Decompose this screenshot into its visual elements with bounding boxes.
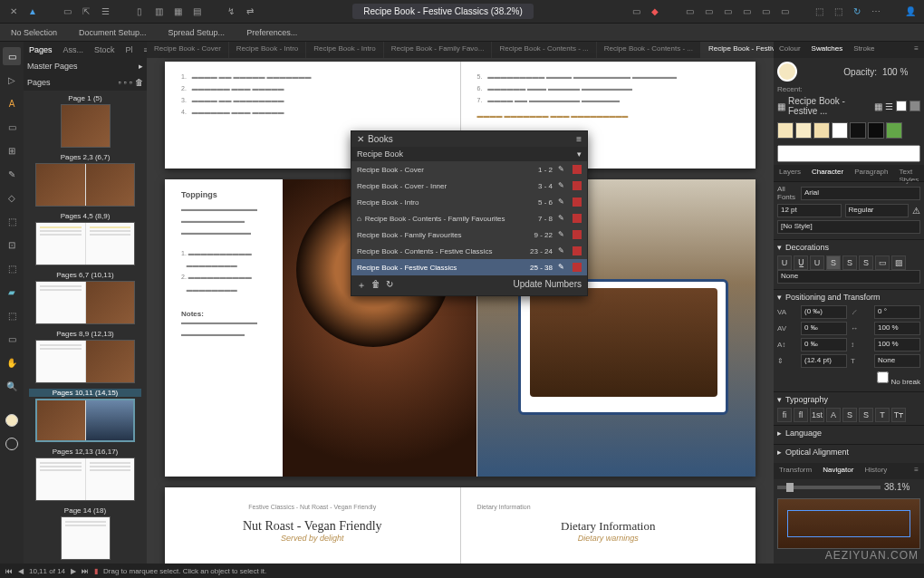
- account-icon[interactable]: 👤: [902, 4, 919, 20]
- align-center-icon[interactable]: ▭: [700, 4, 717, 20]
- hscale-input[interactable]: 100 %: [874, 322, 920, 335]
- align-left-icon[interactable]: ▭: [681, 4, 698, 20]
- chevron-right-icon[interactable]: ▸: [777, 448, 782, 457]
- doc-swatches-select[interactable]: Recipe Book - Festive ...: [788, 96, 871, 116]
- add-chapter-icon[interactable]: ＋: [357, 279, 366, 292]
- typo-btn[interactable]: 1st: [810, 408, 824, 422]
- zoom-input[interactable]: 38.1%: [884, 482, 920, 492]
- export-icon[interactable]: ⇱: [78, 4, 94, 20]
- underline-button[interactable]: U: [777, 255, 792, 270]
- typo-btn[interactable]: T: [875, 408, 890, 422]
- tab-transform[interactable]: Transform: [774, 463, 817, 479]
- swatch[interactable]: [813, 122, 830, 139]
- text-flow-icon[interactable]: ↯: [223, 4, 239, 20]
- base-input[interactable]: 0 ‰: [801, 338, 847, 352]
- frame-text-tool[interactable]: ▭: [3, 118, 21, 136]
- group-icon[interactable]: ⬚: [811, 4, 827, 20]
- tab-pages[interactable]: Pages: [24, 43, 58, 56]
- view-single-icon[interactable]: ▯: [131, 4, 148, 20]
- print-icon[interactable]: ☰: [97, 4, 113, 20]
- font-family-select[interactable]: Arial: [801, 187, 920, 200]
- panel-menu-icon[interactable]: ≡: [909, 42, 924, 58]
- asset-tool[interactable]: ⬚: [3, 212, 21, 230]
- pen-icon[interactable]: ✎: [558, 230, 567, 239]
- spread-tab-active[interactable]: Recipe Book - Festive Clas...: [701, 42, 774, 58]
- books-panel[interactable]: ✕Books ≡ Recipe Book▾ Recipe Book - Cove…: [351, 130, 588, 296]
- more-icon[interactable]: ⋯: [868, 4, 884, 20]
- book-selector[interactable]: Recipe Book▾: [351, 147, 587, 161]
- flip-h-icon[interactable]: ▭: [776, 4, 793, 20]
- text-tool[interactable]: A: [3, 94, 21, 112]
- transparency-tool[interactable]: ⬚: [3, 306, 21, 324]
- fill-swatch[interactable]: [3, 411, 21, 429]
- thumb-size-icon[interactable]: ▫: [130, 78, 132, 87]
- overline-button[interactable]: ▭: [875, 255, 890, 270]
- text-style-select[interactable]: [No Style]: [777, 220, 920, 234]
- swatch[interactable]: [777, 122, 794, 139]
- place-tool[interactable]: ▭: [3, 330, 21, 348]
- page-list[interactable]: Page 1 (5) Pages 2,3 (6,7) Pages 4,5 (8,…: [24, 91, 147, 564]
- swatch[interactable]: [886, 122, 902, 139]
- node-tool[interactable]: ▷: [3, 71, 21, 89]
- delete-page-icon[interactable]: 🗑: [135, 78, 143, 87]
- dec-select[interactable]: None: [777, 270, 920, 284]
- track-input[interactable]: 0 ‰: [801, 322, 847, 335]
- swatch[interactable]: [832, 122, 848, 139]
- dup-page-icon[interactable]: ▫: [124, 78, 127, 87]
- typo-btn[interactable]: Tᴛ: [891, 408, 906, 422]
- tab-paragraph[interactable]: Paragraph: [849, 165, 893, 181]
- strike3-button[interactable]: S: [859, 255, 873, 270]
- view-spread-icon[interactable]: ▥: [150, 4, 167, 20]
- file-open-icon[interactable]: ▭: [59, 4, 75, 20]
- close-panel-icon[interactable]: ✕: [357, 134, 364, 144]
- typo-btn[interactable]: fl: [794, 408, 808, 422]
- tab-text-styles[interactable]: Text Styles: [894, 165, 925, 181]
- menu-no-selection[interactable]: No Selection: [0, 25, 68, 40]
- next-page-icon[interactable]: ▶: [71, 567, 76, 575]
- reg-swatch[interactable]: [910, 101, 920, 111]
- navigator-thumb[interactable]: [774, 495, 924, 553]
- spread-tab[interactable]: Recipe Book - Cover: [147, 42, 229, 58]
- spread-tab[interactable]: Recipe Book - Contents - ...: [492, 42, 596, 58]
- view-list-icon[interactable]: ▤: [188, 4, 205, 20]
- swatch[interactable]: [850, 122, 866, 139]
- preview-icon[interactable]: ▭: [628, 4, 644, 20]
- typo-btn[interactable]: A: [826, 408, 841, 422]
- typo-btn[interactable]: S: [859, 408, 873, 422]
- list-view-icon[interactable]: ☰: [885, 101, 893, 111]
- tab-navigator[interactable]: Navigator: [817, 463, 859, 479]
- ungroup-icon[interactable]: ⬚: [830, 4, 846, 20]
- chevron-down-icon[interactable]: ▾: [777, 395, 782, 404]
- dash-underline-button[interactable]: U: [810, 255, 824, 270]
- grid-view-icon[interactable]: ▦: [874, 101, 882, 111]
- distribute-v-icon[interactable]: ▭: [757, 4, 774, 20]
- tab-history[interactable]: History: [859, 463, 892, 479]
- vscale-input[interactable]: 100 %: [874, 338, 920, 352]
- panel-menu-icon[interactable]: ≡: [909, 463, 924, 479]
- zoom-slider[interactable]: [777, 486, 881, 489]
- highlight-button[interactable]: ▨: [891, 255, 906, 270]
- spread-tab[interactable]: Recipe Book - Intro: [306, 42, 383, 58]
- shear-input[interactable]: 0 °: [874, 305, 920, 319]
- sync-icon[interactable]: ↻: [386, 279, 393, 292]
- menu-preferences[interactable]: Preferences...: [236, 25, 308, 40]
- pen-icon[interactable]: ✎: [558, 165, 567, 174]
- chevron-right-icon[interactable]: ▸: [777, 429, 782, 438]
- leading-select[interactable]: None: [874, 354, 920, 368]
- link-text-icon[interactable]: ⇄: [242, 4, 258, 20]
- swatch-search-input[interactable]: [777, 145, 920, 162]
- kern-input[interactable]: (0 ‰): [801, 305, 847, 319]
- tab-stroke[interactable]: Stroke: [848, 42, 880, 58]
- align-right-icon[interactable]: ▭: [719, 4, 736, 20]
- tab-character[interactable]: Character: [806, 165, 849, 181]
- swatch[interactable]: [795, 122, 812, 139]
- leading-input[interactable]: (12.4 pt): [801, 354, 847, 368]
- spread-tab[interactable]: Recipe Book - Contents - ...: [597, 42, 701, 58]
- record-icon[interactable]: ◆: [647, 4, 663, 20]
- vector-crop-tool[interactable]: ⬚: [3, 259, 21, 277]
- palette-icon[interactable]: ▦: [777, 101, 785, 111]
- nobreak-check[interactable]: [877, 371, 889, 384]
- double-underline-button[interactable]: U̲: [794, 255, 808, 270]
- move-tool[interactable]: ▭: [3, 47, 21, 65]
- chevron-down-icon[interactable]: ▾: [777, 243, 782, 252]
